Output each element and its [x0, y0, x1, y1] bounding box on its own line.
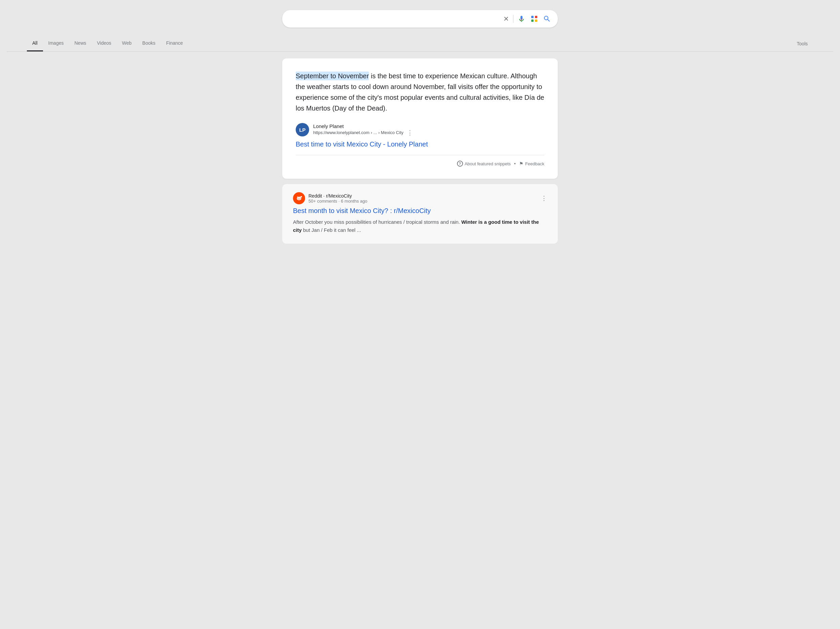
feedback-label: Feedback [525, 161, 544, 166]
tab-web[interactable]: Web [117, 36, 137, 51]
snippet-link[interactable]: Best time to visit Mexico City - Lonely … [296, 141, 428, 148]
tab-finance[interactable]: Finance [161, 36, 188, 51]
svg-point-6 [298, 198, 298, 199]
tab-videos[interactable]: Videos [92, 36, 117, 51]
reddit-source-detail: 50+ comments · 6 months ago [308, 199, 367, 204]
reddit-result-link[interactable]: Best month to visit Mexico City? : r/Mex… [293, 207, 547, 215]
search-bar: best time to visit mexico city ✕ [282, 10, 558, 28]
lonely-planet-logo: LP [296, 123, 309, 136]
tab-all[interactable]: All [27, 36, 43, 51]
snippet-footer: ? About featured snippets • ⚑ Feedback [296, 155, 544, 167]
lens-icon[interactable] [530, 15, 538, 23]
svg-rect-9 [299, 197, 299, 198]
snippet-highlight: September to November [296, 71, 369, 80]
flag-icon: ⚑ [519, 161, 524, 166]
microphone-icon[interactable] [518, 15, 526, 23]
search-submit-icon[interactable] [543, 15, 551, 23]
reddit-more-options-icon[interactable]: ⋮ [541, 194, 547, 202]
about-featured-snippets-button[interactable]: ? About featured snippets [457, 161, 511, 167]
clear-search-icon[interactable]: ✕ [503, 15, 509, 23]
search-tabs: All Images News Videos Web Books Finance… [7, 36, 833, 52]
reddit-result-description: After October you miss possibilities of … [293, 218, 547, 234]
question-icon: ? [457, 161, 463, 167]
svg-rect-1 [535, 16, 537, 18]
reddit-result-meta: Reddit · r/MexicoCity 50+ comments · 6 m… [308, 193, 367, 204]
featured-snippet: September to November is the best time t… [282, 58, 558, 179]
search-input[interactable]: best time to visit mexico city [289, 16, 499, 22]
tabs-list: All Images News Videos Web Books Finance [27, 36, 791, 51]
reddit-logo [293, 192, 305, 204]
main-content: September to November is the best time t… [282, 52, 558, 243]
search-bar-container: best time to visit mexico city ✕ [7, 10, 833, 28]
reddit-result-card: Reddit · r/MexicoCity 50+ comments · 6 m… [282, 184, 558, 243]
description-start: After October you miss possibilities of … [293, 219, 461, 225]
tools-button[interactable]: Tools [791, 36, 813, 51]
snippet-source-row: LP Lonely Planet https://www.lonelyplane… [296, 123, 544, 136]
search-bar-divider [513, 15, 513, 23]
svg-point-7 [300, 198, 300, 199]
reddit-source-row: Reddit · r/MexicoCity 50+ comments · 6 m… [293, 192, 547, 204]
tab-books[interactable]: Books [137, 36, 161, 51]
snippet-text: September to November is the best time t… [296, 71, 544, 114]
source-url-row: https://www.lonelyplanet.com › ... › Mex… [313, 129, 413, 136]
about-snippets-label: About featured snippets [465, 161, 511, 166]
tab-news[interactable]: News [69, 36, 92, 51]
footer-separator: • [514, 161, 516, 166]
source-url: https://www.lonelyplanet.com › ... › Mex… [313, 130, 404, 135]
svg-point-10 [297, 197, 298, 198]
svg-rect-0 [531, 16, 534, 18]
svg-rect-3 [535, 19, 537, 22]
source-name: Lonely Planet [313, 123, 413, 129]
feedback-button[interactable]: ⚑ Feedback [519, 161, 544, 166]
reddit-source-name: Reddit · r/MexicoCity [308, 193, 367, 199]
search-icon-group [518, 15, 551, 23]
tab-images[interactable]: Images [43, 36, 69, 51]
source-more-options-icon[interactable]: ⋮ [407, 129, 413, 136]
snippet-source-info: Lonely Planet https://www.lonelyplanet.c… [313, 123, 413, 136]
svg-rect-2 [531, 19, 534, 22]
svg-point-11 [300, 197, 301, 198]
description-end: but Jan / Feb it can feel ... [302, 227, 361, 233]
reddit-icon [295, 194, 303, 202]
